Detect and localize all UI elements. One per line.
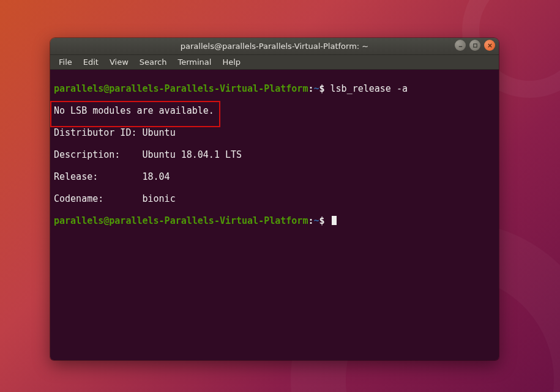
maximize-button[interactable] xyxy=(469,40,480,51)
close-icon xyxy=(487,43,493,48)
close-button[interactable] xyxy=(484,40,495,51)
terminal-line-prompt-1: parallels@parallels-Parallels-Virtual-Pl… xyxy=(54,83,495,94)
terminal-line-prompt-2: parallels@parallels-Parallels-Virtual-Pl… xyxy=(54,215,495,226)
menu-edit[interactable]: Edit xyxy=(78,56,103,68)
terminal-output-4: Release: 18.04 xyxy=(54,171,495,182)
terminal-output-1: No LSB modules are available. xyxy=(54,105,495,116)
prompt-dollar: $ xyxy=(319,83,324,94)
prompt-user-host: parallels@parallels-Parallels-Virtual-Pl… xyxy=(54,83,308,94)
menu-help[interactable]: Help xyxy=(217,56,245,68)
minimize-button[interactable] xyxy=(455,40,466,51)
titlebar[interactable]: parallels@parallels-Parallels-Virtual-Pl… xyxy=(50,38,499,55)
window-controls xyxy=(455,40,495,51)
menu-file[interactable]: File xyxy=(54,56,77,68)
minimize-icon xyxy=(458,43,463,48)
terminal-window: parallels@parallels-Parallels-Virtual-Pl… xyxy=(50,38,499,360)
prompt-dollar: $ xyxy=(319,215,324,226)
prompt-user-host: parallels@parallels-Parallels-Virtual-Pl… xyxy=(54,215,308,226)
terminal-output-2: Distributor ID: Ubuntu xyxy=(54,127,495,138)
menu-search[interactable]: Search xyxy=(135,56,172,68)
command-text: lsb_release -a xyxy=(330,83,408,94)
maximize-icon xyxy=(472,43,478,48)
menu-terminal[interactable]: Terminal xyxy=(173,56,216,68)
terminal-body[interactable]: parallels@parallels-Parallels-Virtual-Pl… xyxy=(50,70,499,360)
menubar: File Edit View Search Terminal Help xyxy=(50,55,499,70)
svg-rect-1 xyxy=(473,43,476,46)
menu-view[interactable]: View xyxy=(105,56,133,68)
terminal-output-5: Codename: bionic xyxy=(54,193,495,204)
terminal-output-3: Description: Ubuntu 18.04.1 LTS xyxy=(54,149,495,160)
window-title: parallels@parallels-Parallels-Virtual-Pl… xyxy=(50,42,499,51)
cursor xyxy=(332,216,337,225)
